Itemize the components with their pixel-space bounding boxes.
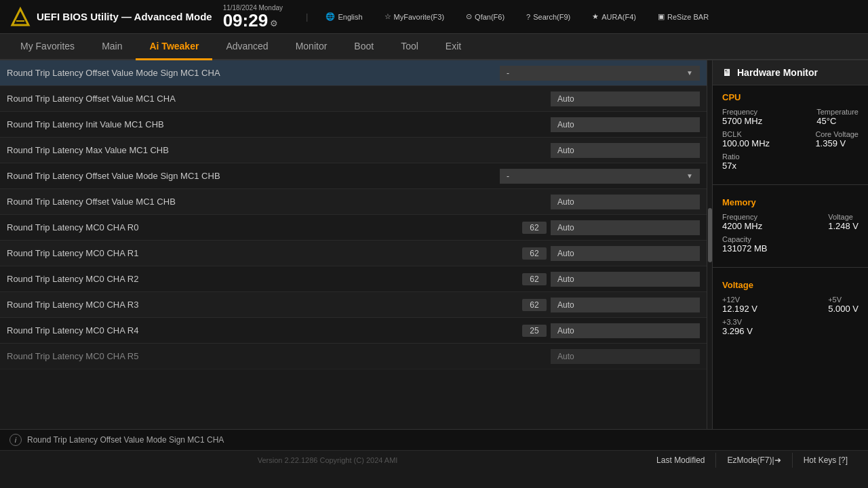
voltage-33v-label: +3.3V xyxy=(722,318,753,326)
memory-capacity-label: Capacity xyxy=(722,235,768,243)
row-label: Round Trip Latency MC0 CHA R0 xyxy=(7,218,522,237)
nav-exit[interactable]: Exit xyxy=(432,34,475,60)
nav-advanced[interactable]: Advanced xyxy=(212,34,281,60)
table-row[interactable]: Round Trip Latency MC0 CHA R3 62 Auto xyxy=(0,292,707,318)
table-row[interactable]: Round Trip Latency MC0 CHA R4 25 Auto xyxy=(0,318,707,344)
cpu-section-title: CPU xyxy=(722,92,859,102)
qfan-icon: ⊙ xyxy=(466,12,472,21)
info-icon: i xyxy=(9,434,22,446)
cpu-frequency-value: 5700 MHz xyxy=(722,116,762,126)
nav-tool[interactable]: Tool xyxy=(387,34,432,60)
memory-capacity-row: Capacity 131072 MB xyxy=(722,235,859,253)
table-row[interactable]: Round Trip Latency MC0 CHA R1 62 Auto xyxy=(0,241,707,266)
hotkeys-button[interactable]: Hot Keys [?] xyxy=(793,453,859,468)
time-area: 11/18/2024 Monday 09:29 ⚙ xyxy=(223,4,283,29)
settings-content: Round Trip Latency Offset Value Mode Sig… xyxy=(0,60,707,429)
row-value[interactable]: Auto xyxy=(551,246,700,261)
nav-monitor[interactable]: Monitor xyxy=(282,34,341,60)
search-button[interactable]: ? Search(F9) xyxy=(521,11,576,23)
asus-logo-icon xyxy=(9,6,31,28)
logo-area: UEFI BIOS Utility — Advanced Mode xyxy=(9,6,212,28)
voltage-12v-label: +12V xyxy=(722,296,757,304)
memory-section-title: Memory xyxy=(722,197,859,207)
row-label: Round Trip Latency Offset Value MC1 CHB xyxy=(7,192,551,211)
row-label: Round Trip Latency Init Value MC1 CHB xyxy=(7,115,551,134)
myfavorite-button[interactable]: ☆ MyFavorite(F3) xyxy=(379,10,450,23)
time-display: 09:29 xyxy=(223,12,269,29)
table-row[interactable]: Round Trip Latency MC0 CHA R0 62 Auto xyxy=(0,215,707,241)
cpu-ratio-value: 57x xyxy=(722,161,740,171)
nav-ai-tweaker[interactable]: Ai Tweaker xyxy=(136,34,212,60)
voltage-33v-value: 3.296 V xyxy=(722,326,753,336)
row-value[interactable]: Auto xyxy=(551,298,700,312)
cpu-ratio-label: Ratio xyxy=(722,152,740,161)
row-label: Round Trip Latency MC0 CHA R1 xyxy=(7,244,522,262)
cpu-bclk-value: 100.00 MHz xyxy=(722,138,770,148)
table-row[interactable]: Round Trip Latency Offset Value MC1 CHA … xyxy=(0,86,707,112)
resizebar-button[interactable]: ▣ ReSize BAR xyxy=(652,10,714,23)
nav-main[interactable]: Main xyxy=(88,34,136,60)
row-value[interactable]: Auto xyxy=(551,349,700,364)
dropdown-value[interactable]: - ▼ xyxy=(500,66,700,81)
memory-voltage-label: Voltage xyxy=(828,213,859,221)
sidebar-divider-2 xyxy=(713,267,868,268)
footer-bar: Version 2.22.1286 Copyright (C) 2024 AMI… xyxy=(0,450,868,470)
status-info-bar: i Round Trip Latency Offset Value Mode S… xyxy=(0,430,868,450)
scroll-thumb[interactable] xyxy=(708,208,712,262)
sidebar-title: 🖥 Hardware Monitor xyxy=(713,60,868,85)
row-value[interactable]: Auto xyxy=(551,220,700,235)
memory-frequency-row: Frequency 4200 MHz Voltage 1.248 V xyxy=(722,213,859,231)
footer-version: Version 2.22.1286 Copyright (C) 2024 AMI xyxy=(258,456,398,464)
row-value[interactable]: Auto xyxy=(551,323,700,338)
statusbar: i Round Trip Latency Offset Value Mode S… xyxy=(0,429,868,470)
aura-icon: ★ xyxy=(592,12,599,21)
voltage-12v-value: 12.192 V xyxy=(722,304,757,314)
cpu-core-voltage-label: Core Voltage xyxy=(815,130,859,138)
row-label: Round Trip Latency Offset Value MC1 CHA xyxy=(7,89,551,108)
row-label: Round Trip Latency MC0 CHA R5 xyxy=(7,347,522,365)
ezmode-button[interactable]: EzMode(F7)|➜ xyxy=(716,453,792,468)
sidebar-divider-1 xyxy=(713,184,868,185)
cpu-ratio-row: Ratio 57x xyxy=(722,152,859,171)
row-value[interactable]: Auto xyxy=(551,143,700,158)
nav-boot[interactable]: Boot xyxy=(340,34,387,60)
language-button[interactable]: 🌐 English xyxy=(320,10,368,23)
memory-section: Memory Frequency 4200 MHz Voltage 1.248 … xyxy=(713,190,868,262)
aura-button[interactable]: ★ AURA(F4) xyxy=(587,10,642,23)
row-label: Round Trip Latency Max Value MC1 CHB xyxy=(7,141,551,159)
search-icon: ? xyxy=(526,13,530,21)
table-row[interactable]: Round Trip Latency MC0 CHA R2 62 Auto xyxy=(0,266,707,292)
table-row[interactable]: Round Trip Latency Offset Value Mode Sig… xyxy=(0,60,707,86)
settings-gear-icon[interactable]: ⚙ xyxy=(270,18,278,28)
table-row[interactable]: Round Trip Latency Offset Value Mode Sig… xyxy=(0,163,707,189)
header: UEFI BIOS Utility — Advanced Mode 11/18/… xyxy=(0,0,868,34)
hardware-monitor-sidebar: 🖥 Hardware Monitor CPU Frequency 5700 MH… xyxy=(712,60,868,429)
qfan-button[interactable]: ⊙ Qfan(F6) xyxy=(460,10,510,23)
scrollbar[interactable] xyxy=(707,60,712,429)
voltage-5v-value: 5.000 V xyxy=(828,304,859,314)
row-badge: 62 xyxy=(522,273,547,285)
table-row[interactable]: Round Trip Latency MC0 CHA R5 ~~ Auto xyxy=(0,344,707,369)
row-value[interactable]: Auto xyxy=(551,117,700,132)
settings-table: Round Trip Latency Offset Value Mode Sig… xyxy=(0,60,707,369)
memory-capacity-value: 131072 MB xyxy=(722,243,768,253)
memory-frequency-label: Frequency xyxy=(722,213,762,221)
row-label: Round Trip Latency MC0 CHA R4 xyxy=(7,321,522,340)
dropdown-value[interactable]: - ▼ xyxy=(500,169,700,184)
row-value[interactable]: Auto xyxy=(551,272,700,287)
row-badge: 62 xyxy=(522,299,547,311)
header-sep1: | xyxy=(306,12,308,22)
row-value[interactable]: Auto xyxy=(551,195,700,209)
row-value[interactable]: Auto xyxy=(551,92,700,106)
svg-marker-0 xyxy=(12,9,28,25)
status-description: Round Trip Latency Offset Value Mode Sig… xyxy=(27,435,224,445)
table-row[interactable]: Round Trip Latency Init Value MC1 CHB Au… xyxy=(0,112,707,138)
row-badge: 25 xyxy=(522,325,547,337)
last-modified-button[interactable]: Last Modified xyxy=(646,453,716,468)
table-row[interactable]: Round Trip Latency Offset Value MC1 CHB … xyxy=(0,189,707,215)
navbar: My Favorites Main Ai Tweaker Advanced Mo… xyxy=(0,34,868,60)
row-label: Round Trip Latency Offset Value Mode Sig… xyxy=(7,167,500,185)
table-row[interactable]: Round Trip Latency Max Value MC1 CHB Aut… xyxy=(0,138,707,163)
nav-my-favorites[interactable]: My Favorites xyxy=(7,34,88,60)
cpu-temperature-value: 45°C xyxy=(816,116,859,126)
